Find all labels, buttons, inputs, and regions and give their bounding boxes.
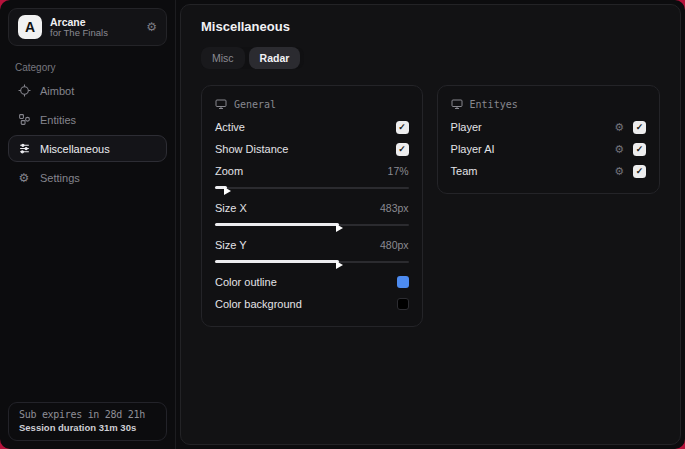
panel-title: Entityes xyxy=(470,99,518,110)
sidebar-item-label: Entities xyxy=(40,114,76,126)
app-window: A Arcane for The Finals ⚙ Category Aimbo… xyxy=(0,0,685,449)
slider-thumb[interactable] xyxy=(224,187,231,195)
gear-icon: ⚙ xyxy=(17,171,31,185)
slider-row-size-x: Size X 483px xyxy=(215,197,409,219)
general-panel: General Active Show Distance Zoom 17% xyxy=(201,85,423,327)
size-y-value: 480px xyxy=(380,239,409,251)
gear-icon[interactable]: ⚙ xyxy=(614,144,624,155)
app-subtitle: for The Finals xyxy=(50,28,138,39)
entities-icon xyxy=(17,113,31,126)
crosshair-icon xyxy=(17,84,31,97)
session-duration-text: Session duration 31m 30s xyxy=(19,422,156,433)
sidebar-item-label: Settings xyxy=(40,172,80,184)
player-checkbox[interactable] xyxy=(633,121,646,134)
team-checkbox[interactable] xyxy=(633,165,646,178)
tab-misc[interactable]: Misc xyxy=(201,47,245,69)
entity-row-player-ai: Player AI ⚙ xyxy=(451,138,646,160)
sub-expiry-text: Sub expires in 28d 21h xyxy=(19,409,156,420)
player-ai-checkbox[interactable] xyxy=(633,143,646,156)
color-row-outline: Color outline xyxy=(215,271,409,293)
toggle-row-active: Active xyxy=(215,116,409,138)
tab-bar: Misc Radar xyxy=(201,47,304,69)
subscription-info-card: Sub expires in 28d 21h Session duration … xyxy=(8,402,167,441)
app-logo: A xyxy=(18,15,42,39)
gear-icon[interactable]: ⚙ xyxy=(146,20,157,34)
monitor-icon xyxy=(215,98,227,110)
slider-thumb[interactable] xyxy=(336,261,343,269)
sidebar-item-settings[interactable]: ⚙ Settings xyxy=(8,164,167,191)
gear-icon[interactable]: ⚙ xyxy=(614,122,624,133)
entities-panel: Entityes Player ⚙ Player AI ⚙ xyxy=(437,85,660,194)
monitor-icon xyxy=(451,98,463,110)
gear-icon[interactable]: ⚙ xyxy=(614,166,624,177)
active-checkbox[interactable] xyxy=(396,121,409,134)
tab-radar[interactable]: Radar xyxy=(249,47,301,69)
panel-title: General xyxy=(234,99,276,110)
category-label: Category xyxy=(15,62,167,73)
size-y-slider[interactable] xyxy=(215,257,409,266)
page-title: Miscellaneous xyxy=(201,19,660,34)
sidebar-item-aimbot[interactable]: Aimbot xyxy=(8,77,167,104)
size-x-value: 483px xyxy=(380,202,409,214)
sidebar-item-miscellaneous[interactable]: Miscellaneous xyxy=(8,135,167,162)
main-content: Miscellaneous Misc Radar General Active xyxy=(180,4,681,445)
color-background-swatch[interactable] xyxy=(397,298,409,310)
sidebar: A Arcane for The Finals ⚙ Category Aimbo… xyxy=(0,0,176,449)
zoom-slider[interactable] xyxy=(215,183,409,192)
entity-row-player: Player ⚙ xyxy=(451,116,646,138)
color-row-background: Color background xyxy=(215,293,409,315)
slider-row-size-y: Size Y 480px xyxy=(215,234,409,256)
app-title: Arcane xyxy=(50,16,138,28)
size-x-slider[interactable] xyxy=(215,220,409,229)
app-card: A Arcane for The Finals ⚙ xyxy=(8,8,167,46)
toggle-row-show-distance: Show Distance xyxy=(215,138,409,160)
sidebar-item-entities[interactable]: Entities xyxy=(8,106,167,133)
sliders-icon xyxy=(17,142,31,155)
entity-row-team: Team ⚙ xyxy=(451,160,646,182)
slider-thumb[interactable] xyxy=(336,224,343,232)
color-outline-swatch[interactable] xyxy=(397,276,409,288)
sidebar-item-label: Miscellaneous xyxy=(40,143,110,155)
show-distance-checkbox[interactable] xyxy=(396,143,409,156)
slider-row-zoom: Zoom 17% xyxy=(215,160,409,182)
sidebar-nav: Aimbot Entities Miscellaneous ⚙ Settings xyxy=(8,77,167,191)
zoom-value: 17% xyxy=(388,165,409,177)
sidebar-item-label: Aimbot xyxy=(40,85,74,97)
